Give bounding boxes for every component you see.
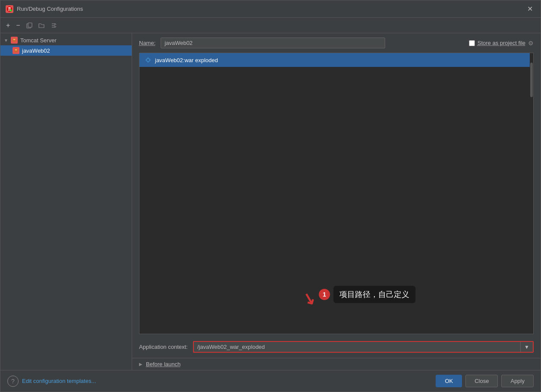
app-context-dropdown-button[interactable]: ▼	[520, 342, 533, 352]
svg-rect-3	[8, 10, 10, 11]
svg-rect-7	[28, 23, 32, 27]
store-checkbox[interactable]	[469, 40, 475, 46]
content-area: Name: Store as project file ⚙	[132, 33, 541, 370]
folder-button[interactable]	[36, 22, 47, 29]
ok-button[interactable]: OK	[436, 375, 462, 387]
sidebar-group-header-tomcat[interactable]: ▼ Tomcat Server	[0, 35, 132, 45]
scrollbar[interactable]	[530, 53, 533, 334]
sidebar-item-label: javaWeb02	[22, 47, 50, 54]
toolbar: + −	[0, 18, 541, 33]
sidebar-group-label: Tomcat Server	[20, 37, 57, 44]
sidebar-item-tomcat-icon	[13, 47, 19, 54]
tooltip-area: ↘ 1 项目路径，自己定义	[302, 281, 415, 308]
bottom-bar: ? Edit configuration templates... OK Clo…	[0, 370, 541, 392]
before-launch-chevron-icon[interactable]: ▶	[139, 362, 142, 367]
close-button[interactable]: Close	[465, 375, 498, 387]
deployment-area: javaWeb02:war exploded ↘ 1 项目路径，自己定义	[139, 53, 534, 334]
dialog-title: Run/Debug Configurations	[17, 6, 525, 12]
app-context-label: Application context:	[139, 344, 188, 350]
app-context-row: Application context: ▼	[132, 338, 541, 356]
edit-templates-link[interactable]: Edit configuration templates...	[22, 378, 96, 384]
close-button[interactable]: ✕	[525, 4, 535, 14]
deployment-icon	[145, 57, 152, 63]
store-label: Store as project file	[478, 40, 525, 46]
tooltip-badge: 1	[319, 289, 330, 300]
tomcat-icon	[11, 37, 18, 44]
name-input[interactable]	[161, 38, 385, 48]
apply-button[interactable]: Apply	[501, 375, 534, 387]
dialog-icon	[6, 5, 13, 13]
name-row: Name: Store as project file ⚙	[132, 33, 541, 53]
store-row: Store as project file ⚙	[469, 40, 534, 47]
sidebar-group-tomcat: ▼ Tomcat Server	[0, 33, 132, 57]
gear-icon[interactable]: ⚙	[528, 40, 534, 47]
svg-rect-2	[8, 9, 11, 9]
remove-button[interactable]: −	[14, 20, 22, 31]
deployment-item[interactable]: javaWeb02:war exploded	[139, 53, 533, 67]
svg-rect-1	[8, 7, 11, 8]
sidebar-chevron-icon: ▼	[4, 38, 8, 43]
scrollbar-thumb	[530, 63, 533, 97]
run-debug-dialog: Run/Debug Configurations ✕ + −	[0, 0, 541, 392]
copy-button[interactable]	[24, 21, 35, 30]
tooltip-text: 项目路径，自己定义	[333, 286, 415, 303]
tooltip-arrow-icon: ↘	[300, 288, 317, 309]
sidebar-item-javaweb02[interactable]: javaWeb02	[0, 45, 132, 56]
deployment-name: javaWeb02:war exploded	[155, 57, 218, 63]
help-button[interactable]: ?	[7, 376, 19, 387]
sidebar: ▼ Tomcat Server	[0, 33, 132, 370]
sort-button[interactable]	[48, 21, 59, 30]
main-content: ▼ Tomcat Server	[0, 33, 541, 370]
app-context-input-wrap: ▼	[193, 341, 534, 353]
before-launch-label: Before launch	[146, 361, 180, 367]
app-context-input[interactable]	[194, 342, 520, 352]
add-button[interactable]: +	[4, 20, 12, 31]
before-launch-row: ▶ Before launch	[132, 358, 541, 370]
title-bar: Run/Debug Configurations ✕	[0, 0, 541, 18]
name-label: Name:	[139, 40, 155, 46]
